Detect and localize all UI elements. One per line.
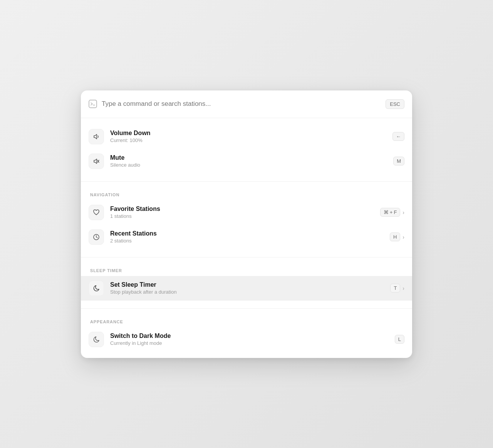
- terminal-icon: [89, 100, 97, 108]
- sleep-timer-subtitle: Stop playback after a duration: [110, 289, 384, 295]
- appearance-label: APPEARANCE: [81, 316, 412, 327]
- volume-down-icon: [89, 129, 104, 144]
- recent-stations-right: H ›: [390, 232, 404, 241]
- divider-3: [81, 308, 412, 309]
- set-sleep-timer-item[interactable]: Set Sleep Timer Stop playback after a du…: [81, 276, 412, 301]
- favorite-stations-title: Favorite Stations: [110, 206, 374, 212]
- volume-down-item[interactable]: Volume Down Current: 100% ←: [81, 124, 412, 149]
- dark-mode-subtitle: Currently in Light mode: [110, 340, 389, 346]
- favorite-stations-right: ⌘ + F ›: [380, 208, 404, 217]
- navigation-section: NAVIGATION Favorite Stations 1 stations …: [81, 183, 412, 256]
- volume-down-shortcut: ←: [392, 132, 404, 141]
- mute-subtitle: Silence audio: [110, 162, 387, 168]
- volume-down-subtitle: Current: 100%: [110, 137, 386, 143]
- sleep-timer-chevron: ›: [402, 285, 404, 291]
- divider-1: [81, 181, 412, 182]
- svg-rect-0: [89, 100, 97, 108]
- content-area: Volume Down Current: 100% ← Mute: [81, 118, 412, 358]
- mute-text: Mute Silence audio: [110, 154, 387, 168]
- esc-badge[interactable]: ESC: [386, 99, 404, 109]
- volume-down-title: Volume Down: [110, 130, 386, 137]
- sleep-timer-shortcut: T: [390, 284, 400, 293]
- mute-shortcut: M: [393, 157, 404, 165]
- sleep-timer-section: SLEEP TIMER Set Sleep Timer Stop playbac…: [81, 259, 412, 307]
- appearance-section: APPEARANCE Switch to Dark Mode Currently…: [81, 310, 412, 358]
- favorite-stations-chevron: ›: [402, 209, 404, 216]
- sleep-timer-right: T ›: [390, 284, 404, 293]
- volume-section: Volume Down Current: 100% ← Mute: [81, 118, 412, 180]
- recent-stations-shortcut: H: [390, 232, 400, 241]
- recent-stations-chevron: ›: [402, 234, 404, 240]
- sleep-timer-text: Set Sleep Timer Stop playback after a du…: [110, 281, 384, 295]
- dark-mode-moon-icon: [89, 332, 104, 347]
- recent-stations-item[interactable]: Recent Stations 2 stations H ›: [81, 225, 412, 249]
- favorite-stations-item[interactable]: Favorite Stations 1 stations ⌘ + F ›: [81, 200, 412, 225]
- mute-right: M: [393, 157, 404, 165]
- mute-item[interactable]: Mute Silence audio M: [81, 149, 412, 174]
- search-bar: ESC: [81, 90, 412, 118]
- dark-mode-title: Switch to Dark Mode: [110, 333, 389, 339]
- favorite-stations-shortcut: ⌘ + F: [380, 208, 401, 217]
- dark-mode-item[interactable]: Switch to Dark Mode Currently in Light m…: [81, 327, 412, 352]
- dark-mode-right: L: [395, 335, 404, 344]
- search-input[interactable]: [102, 100, 381, 108]
- favorite-stations-text: Favorite Stations 1 stations: [110, 206, 374, 219]
- heart-icon: [89, 205, 104, 220]
- dark-mode-shortcut: L: [395, 335, 404, 344]
- mute-title: Mute: [110, 154, 387, 161]
- sleep-timer-label: SLEEP TIMER: [81, 265, 412, 276]
- recent-stations-subtitle: 2 stations: [110, 238, 384, 244]
- favorite-stations-subtitle: 1 stations: [110, 213, 374, 219]
- volume-down-right: ←: [392, 132, 404, 141]
- volume-down-text: Volume Down Current: 100%: [110, 130, 386, 143]
- clock-icon: [89, 229, 104, 245]
- recent-stations-text: Recent Stations 2 stations: [110, 230, 384, 244]
- mute-icon: [89, 154, 104, 169]
- dark-mode-text: Switch to Dark Mode Currently in Light m…: [110, 333, 389, 346]
- sleep-moon-icon: [89, 281, 104, 296]
- sleep-timer-title: Set Sleep Timer: [110, 281, 384, 288]
- navigation-label: NAVIGATION: [81, 189, 412, 200]
- divider-2: [81, 257, 412, 257]
- command-palette-modal: ESC Volume Down Current: 100% ←: [81, 90, 412, 358]
- recent-stations-title: Recent Stations: [110, 230, 384, 237]
